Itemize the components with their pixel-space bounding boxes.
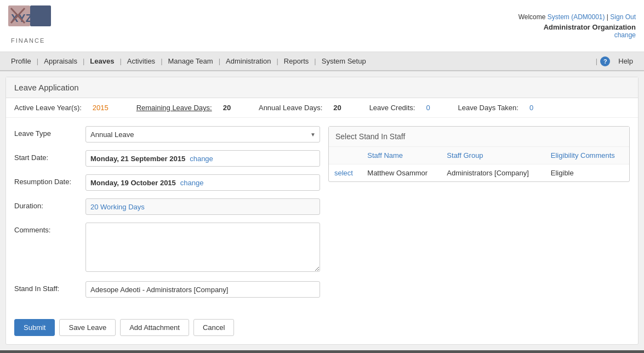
add-attachment-button[interactable]: Add Attachment: [120, 319, 189, 336]
nav-item-appraisals[interactable]: Appraisals: [38, 53, 83, 70]
resumption-date-value: Monday, 19 October 2015: [90, 179, 176, 187]
standin-table-header-row: Staff Name Staff Group Eligibility Comme…: [329, 147, 629, 164]
duration-control: 20 Working Days: [86, 198, 320, 215]
nav-item-reports[interactable]: Reports: [278, 53, 315, 70]
remaining-leave-value: 20: [223, 104, 231, 112]
duration-row: Duration: 20 Working Days: [14, 198, 320, 215]
comments-label: Comments:: [14, 223, 86, 234]
svg-text:XYZ: XYZ: [11, 12, 32, 24]
col-staff-group: Staff Group: [441, 147, 545, 164]
resumption-date-field: Monday, 19 October 2015 change: [86, 174, 320, 191]
duration-field: 20 Working Days: [86, 198, 320, 215]
standin-group-cell: Administrators [Company]: [441, 164, 545, 182]
leave-type-control: Annual Leave Sick Leave Maternity Leave …: [86, 126, 320, 143]
duration-value: 20 Working Days: [90, 203, 145, 211]
footer: © 2015 | Templeton - Imavate | All Right…: [0, 350, 644, 353]
welcome-text: Welcome: [518, 13, 548, 21]
change-org-link[interactable]: change: [518, 31, 636, 39]
resumption-date-control: Monday, 19 October 2015 change: [86, 174, 320, 191]
standin-table-head: Staff Name Staff Group Eligibility Comme…: [329, 147, 629, 164]
submit-button[interactable]: Submit: [14, 319, 55, 336]
standin-staff-value: Adesope Adeoti - Administrators [Company…: [90, 286, 228, 294]
org-name: Administrator Organization: [518, 23, 636, 31]
comments-row: Comments:: [14, 223, 320, 274]
nav-item-system-setup[interactable]: System Setup: [316, 53, 372, 70]
leave-type-label: Leave Type: [14, 126, 86, 138]
button-row: Submit Save Leave Add Attachment Cancel: [6, 314, 638, 344]
nav-bar: Profile | Appraisals | Leaves | Activiti…: [0, 52, 644, 71]
nav-left: Profile | Appraisals | Leaves | Activiti…: [5, 53, 372, 70]
start-date-control: Monday, 21 September 2015 change: [86, 150, 320, 167]
credits-value: 0: [426, 104, 430, 112]
standin-staff-label: Stand In Staff:: [14, 281, 86, 293]
annual-leave-label: Annual Leave Days:: [259, 104, 322, 112]
annual-leave-value: 20: [333, 104, 341, 112]
standin-staff-control: Adesope Adeoti - Administrators [Company…: [86, 281, 320, 298]
remaining-leave-label[interactable]: Remaining Leave Days:: [136, 104, 212, 112]
nav-item-activities[interactable]: Activities: [122, 53, 161, 70]
separator: |: [605, 13, 611, 21]
start-date-label: Start Date:: [14, 150, 86, 162]
comments-textarea[interactable]: [86, 223, 320, 272]
start-date-row: Start Date: Monday, 21 September 2015 ch…: [14, 150, 320, 167]
taken-value: 0: [529, 104, 533, 112]
leave-type-row: Leave Type Annual Leave Sick Leave Mater…: [14, 126, 320, 143]
resumption-date-label: Resumption Date:: [14, 174, 86, 186]
nav-item-leaves[interactable]: Leaves: [84, 53, 119, 70]
taken-label: Leave Days Taken:: [458, 104, 518, 112]
start-date-field: Monday, 21 September 2015 change: [86, 150, 320, 167]
nav-item-profile[interactable]: Profile: [5, 53, 37, 70]
nav-right: | ? Help: [596, 53, 639, 70]
sign-out-link[interactable]: Sign Out: [610, 13, 636, 21]
active-year-label: Active Leave Year(s):: [14, 104, 82, 112]
table-row: select Matthew Osammor Administrators [C…: [329, 164, 629, 182]
col-staff-name: Staff Name: [362, 147, 441, 164]
standin-select-link[interactable]: select: [334, 169, 353, 177]
standin-table-body: select Matthew Osammor Administrators [C…: [329, 164, 629, 182]
standin-eligibility-cell: Eligible: [545, 164, 629, 182]
header-right: Welcome System (ADM0001) | Sign Out Admi…: [518, 13, 636, 39]
active-year-value: 2015: [93, 104, 109, 112]
cancel-button[interactable]: Cancel: [193, 319, 234, 336]
save-leave-button[interactable]: Save Leave: [59, 319, 116, 336]
leave-info-bar: Active Leave Year(s): 2015 Remaining Lea…: [6, 98, 638, 118]
standin-panel-title: Select Stand In Staff: [329, 127, 629, 147]
start-date-value: Monday, 21 September 2015: [90, 155, 185, 163]
standin-staff-field: Adesope Adeoti - Administrators [Company…: [86, 281, 320, 298]
header: XYZ FINANCE Welcome System (ADM0001) | S…: [0, 0, 644, 52]
resumption-date-change-link[interactable]: change: [180, 179, 204, 187]
form-area: Leave Type Annual Leave Sick Leave Mater…: [6, 118, 638, 314]
col-eligibility: Eligibility Comments: [545, 147, 629, 164]
comments-control: [86, 223, 320, 274]
nav-item-help[interactable]: Help: [613, 53, 639, 70]
standin-table-panel: Select Stand In Staff Staff Name Staff G…: [328, 126, 630, 182]
resumption-date-row: Resumption Date: Monday, 19 October 2015…: [14, 174, 320, 191]
leave-type-select-wrapper: Annual Leave Sick Leave Maternity Leave …: [86, 126, 320, 143]
help-icon: ?: [600, 56, 610, 66]
standin-panel: Select Stand In Staff Staff Name Staff G…: [328, 126, 630, 305]
standin-name-cell: Matthew Osammor: [362, 164, 441, 182]
svg-rect-1: [30, 5, 51, 26]
logo: XYZ FINANCE: [8, 5, 52, 47]
welcome-line: Welcome System (ADM0001) | Sign Out: [518, 13, 636, 21]
page-title: Leave Application: [6, 77, 638, 98]
form-left: Leave Type Annual Leave Sick Leave Mater…: [14, 126, 320, 305]
nav-item-manage-team[interactable]: Manage Team: [163, 53, 219, 70]
user-link[interactable]: System (ADM0001): [548, 13, 605, 21]
logo-area: XYZ FINANCE: [8, 5, 52, 47]
standin-table: Staff Name Staff Group Eligibility Comme…: [329, 147, 629, 181]
standin-select-cell: select: [329, 164, 362, 182]
svg-text:FINANCE: FINANCE: [11, 37, 45, 44]
col-select: [329, 147, 362, 164]
start-date-change-link[interactable]: change: [190, 155, 213, 163]
main-content: Leave Application Active Leave Year(s): …: [5, 77, 639, 345]
standin-staff-row: Stand In Staff: Adesope Adeoti - Adminis…: [14, 281, 320, 298]
leave-type-select[interactable]: Annual Leave Sick Leave Maternity Leave …: [86, 126, 320, 143]
nav-item-administration[interactable]: Administration: [220, 53, 276, 70]
duration-label: Duration:: [14, 198, 86, 210]
credits-label: Leave Credits:: [369, 104, 415, 112]
